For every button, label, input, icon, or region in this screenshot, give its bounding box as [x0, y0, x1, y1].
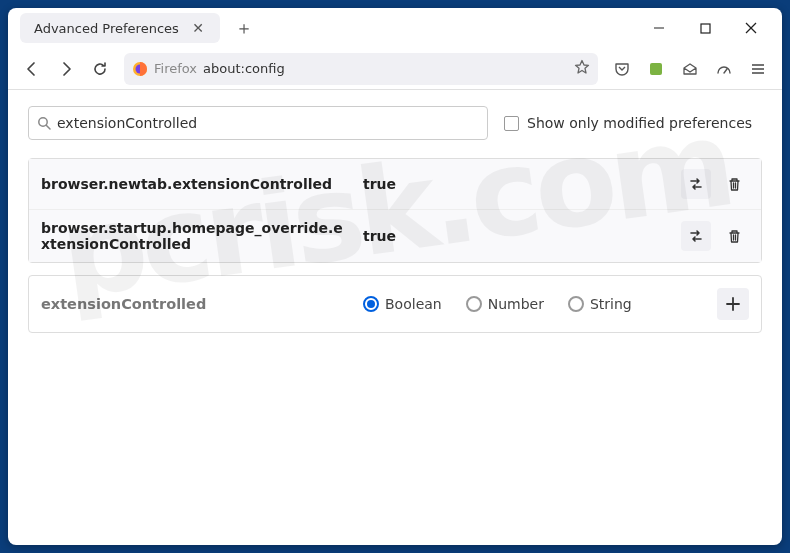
type-radio-boolean[interactable]: Boolean	[363, 296, 442, 312]
firefox-logo-icon	[132, 61, 148, 77]
add-pref-row: extensionControlled Boolean Number Strin…	[28, 275, 762, 333]
dashboard-icon[interactable]	[708, 53, 740, 85]
radio-icon	[568, 296, 584, 312]
delete-button[interactable]	[719, 221, 749, 251]
radio-icon	[363, 296, 379, 312]
type-radio-number[interactable]: Number	[466, 296, 544, 312]
pref-name: browser.startup.homepage_override.extens…	[41, 220, 351, 252]
preference-list: browser.newtab.extensionControlled true …	[28, 158, 762, 263]
checkbox-label: Show only modified preferences	[527, 115, 752, 131]
trash-icon	[727, 177, 742, 192]
radio-icon	[466, 296, 482, 312]
page-content: pcrisk.com Show only modified preference…	[8, 90, 782, 545]
close-tab-icon[interactable]: ✕	[190, 20, 206, 36]
add-pref-name: extensionControlled	[41, 296, 351, 312]
checkbox-icon	[504, 116, 519, 131]
minimize-button[interactable]	[636, 8, 682, 48]
svg-rect-1	[701, 24, 710, 33]
url-bar[interactable]: Firefox	[124, 53, 598, 85]
browser-window: Advanced Preferences ✕ ＋ Firefox	[8, 8, 782, 545]
trash-icon	[727, 229, 742, 244]
radio-label: Boolean	[385, 296, 442, 312]
url-scheme: Firefox	[154, 61, 197, 76]
pref-row: browser.startup.homepage_override.extens…	[29, 210, 761, 262]
search-icon	[37, 116, 51, 130]
plus-icon	[726, 297, 740, 311]
svg-rect-6	[650, 63, 662, 75]
pref-row: browser.newtab.extensionControlled true	[29, 159, 761, 210]
toggle-button[interactable]	[681, 221, 711, 251]
reload-button[interactable]	[84, 53, 116, 85]
svg-line-11	[47, 126, 51, 130]
pocket-icon[interactable]	[606, 53, 638, 85]
toggle-icon	[688, 176, 704, 192]
svg-point-10	[39, 118, 47, 126]
pref-value: true	[363, 176, 669, 192]
add-button[interactable]	[717, 288, 749, 320]
toggle-icon	[688, 228, 704, 244]
mail-icon[interactable]	[674, 53, 706, 85]
titlebar: Advanced Preferences ✕ ＋	[8, 8, 782, 48]
browser-tab[interactable]: Advanced Preferences ✕	[20, 13, 220, 43]
delete-button[interactable]	[719, 169, 749, 199]
back-button[interactable]	[16, 53, 48, 85]
type-radio-string[interactable]: String	[568, 296, 632, 312]
toggle-button[interactable]	[681, 169, 711, 199]
close-window-button[interactable]	[728, 8, 774, 48]
type-options: Boolean Number String	[363, 296, 705, 312]
radio-label: Number	[488, 296, 544, 312]
pref-name: browser.newtab.extensionControlled	[41, 176, 351, 192]
search-input[interactable]	[57, 115, 479, 131]
search-row: Show only modified preferences	[28, 106, 762, 140]
extension-icon[interactable]	[640, 53, 672, 85]
tab-title: Advanced Preferences	[34, 21, 182, 36]
radio-label: String	[590, 296, 632, 312]
search-box[interactable]	[28, 106, 488, 140]
nav-toolbar: Firefox	[8, 48, 782, 90]
forward-button[interactable]	[50, 53, 82, 85]
show-modified-checkbox[interactable]: Show only modified preferences	[504, 115, 752, 131]
url-input[interactable]	[203, 61, 568, 76]
bookmark-star-icon[interactable]	[574, 59, 590, 79]
pref-value: true	[363, 228, 669, 244]
new-tab-button[interactable]: ＋	[230, 14, 258, 42]
menu-button[interactable]	[742, 53, 774, 85]
maximize-button[interactable]	[682, 8, 728, 48]
